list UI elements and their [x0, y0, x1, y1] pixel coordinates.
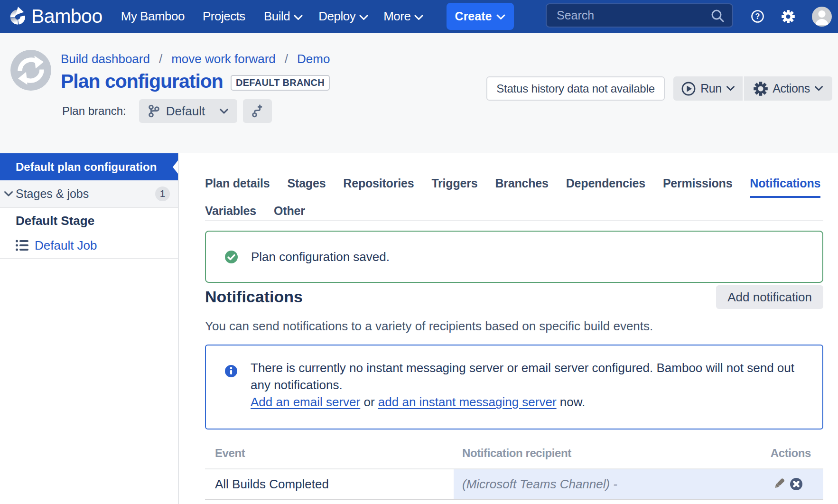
svg-text:?: ?	[755, 12, 760, 20]
